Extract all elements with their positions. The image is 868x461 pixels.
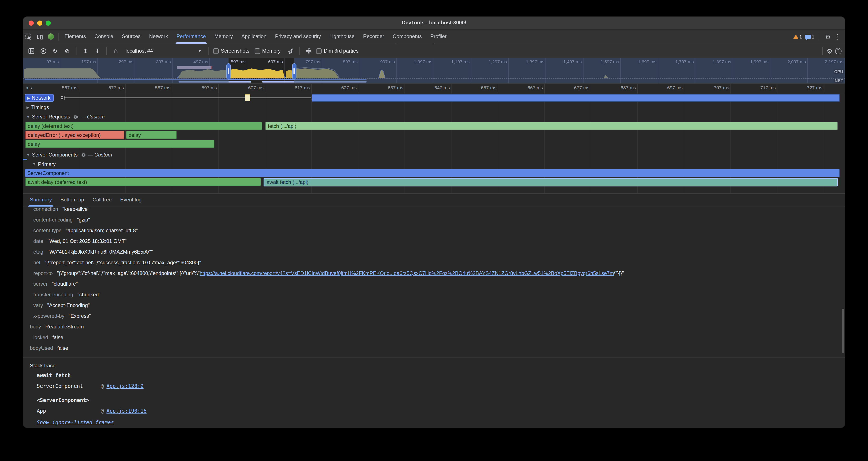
flame-chart-tracks[interactable]: ▶ Network ▶Timings ▼ Server Requests — C…: [23, 93, 845, 194]
details-tab[interactable]: Summary: [26, 194, 56, 206]
network-track-label[interactable]: ▶ Network: [25, 94, 54, 102]
property-row: vary"Accept-Encoding": [23, 300, 845, 311]
show-ignore-listed-frames-link[interactable]: Show ignore-listed frames: [37, 420, 114, 426]
property-row: transfer-encoding"chunked": [23, 289, 845, 300]
panel-tab[interactable]: Application: [237, 29, 271, 44]
panel-tab[interactable]: Components: [389, 29, 426, 44]
upload-profile-icon[interactable]: ↥: [81, 46, 90, 56]
timings-track[interactable]: ▶Timings: [23, 103, 845, 112]
panel-tab[interactable]: Recorder: [359, 29, 389, 44]
selection-handle-left[interactable]: [226, 63, 231, 80]
atom-icon: [74, 114, 79, 119]
server-requests-row-1: delay (deferred text) fetch (.../api): [23, 121, 845, 131]
inspect-element-icon[interactable]: [23, 32, 34, 41]
dim-3rd-parties-checkbox[interactable]: Dim 3rd parties: [316, 48, 359, 54]
summary-pane[interactable]: connection"keep-alive"content-encoding"g…: [23, 207, 845, 428]
download-profile-icon[interactable]: ↧: [93, 46, 102, 56]
panel-tab[interactable]: Performance: [172, 29, 210, 44]
atom-icon: [81, 152, 86, 157]
span-bar[interactable]: delay (deferred text): [25, 122, 262, 130]
network-track[interactable]: ▶ Network: [23, 93, 845, 103]
panel-tab[interactable]: Sources: [118, 29, 145, 44]
source-location-link[interactable]: App.js:128:9: [106, 381, 143, 392]
settings-gear-icon[interactable]: ⚙: [825, 33, 831, 40]
divider: [300, 47, 300, 55]
ruler-tick-label: 567 ms: [62, 85, 77, 93]
panel-tab[interactable]: Console: [90, 29, 118, 44]
property-row: server"cloudflare": [23, 279, 845, 289]
span-bar[interactable]: delay: [25, 140, 214, 148]
help-icon[interactable]: ?: [835, 48, 841, 54]
span-bar[interactable]: ServerComponent: [25, 169, 840, 177]
stack-trace-list: await fetch ServerComponent @ App.js:128…: [23, 370, 845, 416]
network-request-bar[interactable]: [312, 94, 840, 102]
selection-handle-right[interactable]: [292, 63, 297, 80]
devtools-window: DevTools - localhost:3000/ ElementsConso…: [23, 17, 845, 428]
expand-triangle-icon[interactable]: ▶: [27, 106, 29, 109]
details-tab[interactable]: Bottom-up: [56, 194, 88, 206]
stack-frame: ServerComponent @ App.js:128:9: [23, 381, 845, 392]
collapse-triangle-icon[interactable]: ▼: [32, 162, 36, 166]
reload-record-icon[interactable]: ↻: [51, 46, 60, 56]
property-row: date"Wed, 01 Oct 2025 18:32:01 GMT": [23, 236, 845, 247]
cpu-label: CPU: [834, 69, 843, 74]
network-request-queued-box[interactable]: [245, 94, 250, 102]
span-bar[interactable]: fetch (.../api): [265, 122, 838, 130]
divider: [76, 47, 76, 55]
home-icon[interactable]: ⌂: [111, 46, 120, 56]
report-url-link[interactable]: https://a.nel.cloudflare.com/report/v4?s…: [200, 270, 614, 276]
span-bar[interactable]: await delay (deferred text): [25, 178, 261, 186]
property-row: nel"{\"report_to\":\"cf-nel\",\"success_…: [23, 257, 845, 268]
screenshots-checkbox[interactable]: Screenshots: [213, 48, 249, 54]
desktop: DevTools - localhost:3000/ ElementsConso…: [0, 0, 868, 461]
stack-trace-heading: Stack trace: [23, 357, 845, 370]
panel-tab[interactable]: Profiler: [426, 29, 451, 44]
garbage-collect-icon[interactable]: [286, 46, 295, 56]
capture-settings-gear-icon[interactable]: ⚙: [827, 48, 833, 54]
expand-triangle-icon[interactable]: ▶: [27, 96, 30, 100]
primary-group-row[interactable]: ▼Primary: [23, 160, 845, 169]
clear-icon[interactable]: ⊘: [62, 46, 72, 56]
issues-badge[interactable]: 1: [805, 34, 814, 39]
history-select[interactable]: localhost #4 ▼: [123, 46, 204, 56]
net-label: NET: [835, 78, 843, 83]
message-icon: [805, 34, 811, 39]
track-drag-grip[interactable]: [61, 96, 63, 100]
record-icon[interactable]: [38, 46, 48, 56]
tab-list: ElementsConsoleSourcesNetworkPerformance…: [60, 29, 451, 44]
toggle-sidebar-icon[interactable]: [27, 46, 36, 56]
collapse-triangle-icon[interactable]: ▼: [27, 153, 30, 157]
collapse-frames-icon[interactable]: [304, 46, 314, 56]
panel-tab[interactable]: Memory: [210, 29, 237, 44]
property-row: content-type"application/json; charset=u…: [23, 225, 845, 236]
device-toolbar-icon[interactable]: [34, 32, 45, 41]
divider: [106, 47, 107, 55]
ruler-tick-label: 717 ms: [731, 84, 777, 93]
server-components-header[interactable]: ▼ Server Components — Custom: [23, 150, 845, 160]
collapse-triangle-icon[interactable]: ▼: [27, 115, 30, 119]
panel-tab[interactable]: Lighthouse: [325, 29, 359, 44]
scrollbar-thumb[interactable]: [842, 309, 844, 353]
ruler-tick-label: 637 ms: [359, 84, 405, 93]
issues-count: 1: [812, 34, 814, 39]
timeline-overview[interactable]: 97 ms197 ms297 ms397 ms497 ms597 ms697 m…: [23, 58, 845, 84]
node-icon[interactable]: [45, 32, 56, 41]
divider: [58, 33, 59, 40]
warning-badge[interactable]: 1: [794, 34, 802, 39]
panel-tab[interactable]: Elements: [60, 29, 90, 44]
details-tab[interactable]: Event log: [116, 194, 146, 206]
more-options-icon[interactable]: ⋮: [834, 33, 841, 40]
property-row: bodyUsedfalse: [23, 343, 845, 354]
panel-tab[interactable]: Network: [145, 29, 172, 44]
memory-checkbox[interactable]: Memory: [254, 48, 281, 54]
ruler-tick-label: 657 ms: [452, 84, 498, 93]
ruler-tick-label: 597 ms: [172, 84, 219, 93]
divider: [822, 47, 823, 55]
span-bar[interactable]: delay: [126, 131, 177, 139]
source-location-link[interactable]: App.js:190:16: [106, 406, 147, 416]
span-bar-error[interactable]: delayedError (...ayed exception): [25, 131, 124, 139]
span-bar-selected[interactable]: await fetch (.../api): [264, 178, 838, 186]
server-requests-header[interactable]: ▼ Server Requests — Custom: [23, 112, 845, 121]
panel-tab[interactable]: Privacy and security: [271, 29, 325, 44]
details-tab[interactable]: Call tree: [88, 194, 116, 206]
